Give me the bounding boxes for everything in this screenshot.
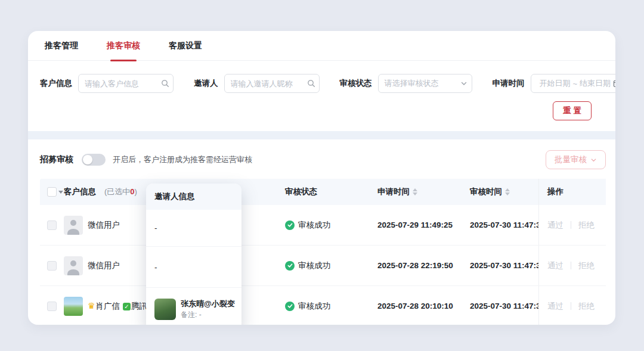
recruit-review-label: 招募审核 <box>40 154 73 165</box>
customer-info-input[interactable] <box>79 74 157 92</box>
select-all-checkbox[interactable] <box>47 187 57 197</box>
crown-emoji: ♛ <box>88 301 95 310</box>
reject-link[interactable]: 拒绝 <box>578 260 595 271</box>
recruit-review-toggle[interactable] <box>82 154 106 166</box>
success-check-icon <box>285 261 295 271</box>
tab-customer-service-settings[interactable]: 客服设置 <box>169 31 202 61</box>
col-action: 操作 <box>547 187 564 197</box>
success-check-icon <box>285 302 295 311</box>
chevron-down-icon <box>456 74 472 92</box>
apply-time-filter: 申请时间 开始日期 ~ 结束日期 <box>493 74 616 93</box>
review-time: 2025-07-30 11:47:3 <box>470 261 538 270</box>
review-time: 2025-07-30 11:47:3 <box>470 302 538 310</box>
inviter-cell-value: - <box>146 247 242 288</box>
inviter-filter: 邀请人 <box>194 74 320 93</box>
selected-count: 0 <box>130 187 134 196</box>
customer-info-filter: 客户信息 <box>40 74 174 93</box>
search-icon <box>304 74 319 92</box>
action-divider <box>571 302 571 310</box>
select-dropdown-icon[interactable] <box>58 191 63 194</box>
action-divider <box>571 262 571 269</box>
action-divider <box>571 221 571 229</box>
inviter-input-wrap <box>224 74 320 93</box>
col-customer-info: 客户信息 <box>64 187 96 197</box>
customer-name: ♛肖广信 ✓腾訊... <box>88 301 146 312</box>
section-divider <box>28 131 615 139</box>
date-range-picker[interactable]: 开始日期 ~ 结束日期 <box>531 74 616 93</box>
review-table: 客户信息 (已选中0) 审核状态 申请时间 审核时间 操作 微信用户 <box>40 179 606 325</box>
pass-link[interactable]: 通过 <box>547 220 564 231</box>
review-section: 招募审核 开启后，客户注册成为推客需经运营审核 批量审核 客户信息 (已选中0) <box>28 139 615 325</box>
inviter-name: 张东晴@小裂变 <box>181 298 235 310</box>
status-text: 审核成功 <box>298 260 330 271</box>
apply-time: 2025-07-28 22:19:50 <box>377 261 470 270</box>
review-status-label: 审核状态 <box>340 78 372 89</box>
toggle-knob <box>83 155 92 164</box>
col-review-status: 审核状态 <box>285 187 317 197</box>
inviter-note: 备注: - <box>181 310 235 320</box>
table-row: 微信用户 审核成功 2025-07-28 22:19:50 2025-07-30… <box>40 246 606 286</box>
inviter-info-column-header: 邀请人信息 <box>146 184 242 210</box>
pass-link[interactable]: 通过 <box>547 301 564 312</box>
chevron-down-icon <box>590 157 597 163</box>
table-header-row: 客户信息 (已选中0) 审核状态 申请时间 审核时间 操作 <box>40 179 606 205</box>
review-status-filter: 审核状态 请选择审核状态 <box>340 74 472 93</box>
review-time: 2025-07-30 11:47:3 <box>470 220 538 229</box>
search-icon <box>157 74 173 92</box>
col-review-time[interactable]: 审核时间 <box>470 187 538 197</box>
row-checkbox[interactable] <box>47 220 57 230</box>
calendar-icon <box>613 79 615 88</box>
row-checkbox[interactable] <box>47 261 57 271</box>
recruit-review-row: 招募审核 开启后，客户注册成为推客需经运营审核 批量审核 <box>40 150 606 169</box>
tab-promoter-management[interactable]: 推客管理 <box>45 31 78 61</box>
user-avatar-placeholder <box>64 256 83 275</box>
user-avatar-placeholder <box>64 216 83 235</box>
review-status-select[interactable]: 请选择审核状态 <box>378 74 472 93</box>
apply-time-label: 申请时间 <box>493 78 525 89</box>
pass-link[interactable]: 通过 <box>547 260 564 271</box>
start-date-placeholder: 开始日期 <box>540 78 571 89</box>
reject-link[interactable]: 拒绝 <box>578 301 595 312</box>
selected-count-note: (已选中0) <box>104 187 137 197</box>
status-text: 审核成功 <box>298 301 330 312</box>
col-apply-time[interactable]: 申请时间 <box>377 187 470 197</box>
batch-review-label: 批量审核 <box>555 154 587 165</box>
inviter-cell-value: - <box>146 210 242 247</box>
date-separator: ~ <box>573 79 578 88</box>
inviter-cell-profile: 张东晴@小裂变 备注: - <box>146 288 242 325</box>
inviter-input[interactable] <box>225 74 304 92</box>
customer-info-input-wrap <box>78 74 174 93</box>
end-date-placeholder: 结束日期 <box>580 78 611 89</box>
inviter-info-floating-column: 邀请人信息 - - 张东晴@小裂变 备注: - <box>146 184 242 325</box>
recruit-review-description: 开启后，客户注册成为推客需经运营审核 <box>113 154 252 165</box>
table-row: 微信用户 审核成功 2025-07-29 11:49:25 2025-07-30… <box>40 205 606 246</box>
status-text: 审核成功 <box>298 220 330 231</box>
user-avatar-photo <box>64 297 83 316</box>
table-row: ♛肖广信 ✓腾訊... 审核成功 2025-07-28 20:10:10 202… <box>40 286 606 325</box>
main-panel: 推客管理 推客审核 客服设置 客户信息 邀请人 <box>28 31 615 325</box>
batch-review-button[interactable]: 批量审核 <box>546 150 606 169</box>
inviter-label: 邀请人 <box>194 78 218 89</box>
sort-icon[interactable] <box>413 188 417 195</box>
verified-badge-icon: ✓ <box>123 303 131 310</box>
reset-button[interactable]: 重 置 <box>553 101 592 120</box>
filter-section: 客户信息 邀请人 审核状态 <box>28 61 615 131</box>
review-status-placeholder: 请选择审核状态 <box>385 78 439 89</box>
sort-icon[interactable] <box>505 188 510 195</box>
apply-time: 2025-07-28 20:10:10 <box>377 302 470 310</box>
customer-info-label: 客户信息 <box>40 78 72 89</box>
tab-promoter-review[interactable]: 推客审核 <box>107 31 140 61</box>
inviter-avatar-photo <box>154 299 176 320</box>
customer-name: 微信用户 <box>88 220 120 231</box>
tab-bar: 推客管理 推客审核 客服设置 <box>28 31 615 61</box>
apply-time: 2025-07-29 11:49:25 <box>377 220 470 229</box>
success-check-icon <box>285 220 295 230</box>
customer-name: 微信用户 <box>88 260 120 271</box>
reject-link[interactable]: 拒绝 <box>578 220 595 231</box>
row-checkbox[interactable] <box>47 302 57 311</box>
